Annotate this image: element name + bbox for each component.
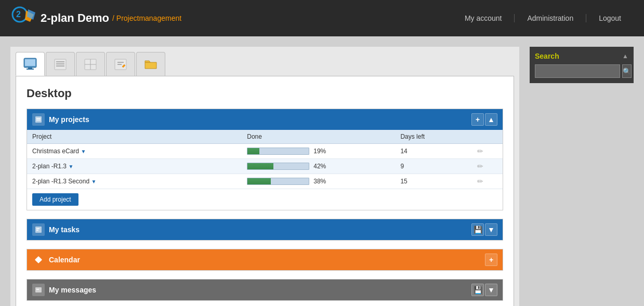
projects-table: Project Done Days left Christmas eCard ▼…: [27, 130, 503, 189]
sidebar: Search ▲ 🔍: [530, 47, 634, 306]
dropdown-arrow[interactable]: ▼: [81, 149, 86, 154]
tab-folder[interactable]: [136, 52, 165, 76]
dropdown-arrow[interactable]: ▼: [68, 164, 73, 169]
calendar-section: Calendar +: [27, 249, 503, 271]
progress-container: 19%: [247, 148, 390, 155]
project-name: Christmas eCard: [32, 148, 79, 155]
svg-rect-10: [56, 63, 64, 64]
my-tasks-header: My tasks 💾 ▼: [27, 219, 503, 240]
my-tasks-title: My tasks: [49, 225, 471, 234]
dropdown-arrow[interactable]: ▼: [91, 179, 96, 184]
calendar-icon: [32, 254, 45, 266]
tab-edit[interactable]: [106, 52, 135, 76]
edit-tab-icon: [113, 57, 128, 72]
main-nav: My account Administration Logout: [452, 14, 634, 22]
col-actions: [472, 130, 503, 144]
content-area: Desktop My projects + ▲: [10, 47, 519, 306]
col-project: Project: [27, 130, 242, 144]
grid-icon: [83, 57, 98, 72]
messages-icon-svg: [34, 286, 43, 294]
edit-project-btn[interactable]: ✏: [477, 177, 483, 185]
tab-grid[interactable]: [76, 52, 105, 76]
edit-project-btn[interactable]: ✏: [477, 147, 483, 155]
my-messages-header: My messages 💾 ▼: [27, 280, 503, 300]
logo-area: 2 2-plan Demo / Projectmanagement: [10, 5, 452, 31]
project-name: 2-plan -R1.3 Second: [32, 178, 89, 185]
add-project-header-btn[interactable]: +: [471, 113, 484, 126]
table-row: 2-plan -R1.3 ▼ 42% 9✏: [27, 159, 503, 174]
nav-my-account[interactable]: My account: [452, 14, 515, 22]
edit-project-btn[interactable]: ✏: [477, 162, 483, 170]
my-projects-header: My projects + ▲: [27, 109, 503, 130]
project-days-left-cell: 14: [395, 144, 472, 159]
save-tasks-btn[interactable]: 💾: [471, 223, 484, 236]
search-collapse-btn[interactable]: ▲: [622, 52, 628, 60]
project-name: 2-plan -R1.3: [32, 163, 67, 170]
project-days-left-cell: 9: [395, 159, 472, 174]
list-icon: [53, 57, 68, 72]
progress-bar-wrap: [247, 163, 309, 170]
project-edit-cell: ✏: [472, 159, 503, 174]
calendar-diamond-icon: [33, 255, 44, 265]
my-tasks-icon: [32, 223, 45, 236]
collapse-tasks-btn[interactable]: ▼: [485, 223, 497, 236]
project-name-cell: Christmas eCard ▼: [27, 144, 242, 159]
app-logo: 2: [10, 5, 36, 31]
tasks-icon-svg: [34, 225, 43, 234]
project-done-cell: 19%: [242, 144, 395, 159]
my-messages-title: My messages: [49, 286, 471, 294]
progress-bar-fill: [247, 148, 259, 154]
toolbar-tabs: [16, 52, 514, 76]
my-tasks-section: My tasks 💾 ▼: [27, 219, 503, 241]
progress-container: 38%: [247, 178, 390, 185]
tab-list[interactable]: [46, 52, 75, 76]
nav-logout[interactable]: Logout: [586, 14, 634, 22]
app-subtitle: / Projectmanagement: [112, 14, 181, 22]
my-messages-actions: 💾 ▼: [471, 284, 497, 296]
calendar-header: Calendar +: [27, 249, 503, 270]
search-button[interactable]: 🔍: [622, 64, 632, 78]
progress-bar-fill: [247, 163, 273, 169]
progress-container: 42%: [247, 163, 390, 170]
search-panel-header: Search ▲: [535, 52, 628, 60]
collapse-projects-btn[interactable]: ▲: [485, 113, 497, 126]
save-messages-btn[interactable]: 💾: [471, 284, 484, 296]
projects-table-body: Christmas eCard ▼ 19% 14✏2-plan -R1.3 ▼ …: [27, 144, 503, 189]
search-panel-title: Search: [535, 52, 559, 60]
collapse-messages-btn[interactable]: ▼: [485, 284, 497, 296]
my-projects-section: My projects + ▲ Project Done Days left: [27, 109, 503, 210]
search-input[interactable]: [535, 64, 620, 78]
svg-rect-5: [25, 59, 35, 66]
nav-administration[interactable]: Administration: [515, 14, 586, 22]
my-projects-title: My projects: [49, 115, 471, 124]
project-done-cell: 38%: [242, 174, 395, 189]
project-name-cell: 2-plan -R1.3 Second ▼: [27, 174, 242, 189]
calendar-actions: +: [485, 254, 497, 266]
my-tasks-actions: 💾 ▼: [471, 223, 497, 236]
progress-bar-wrap: [247, 148, 309, 155]
svg-rect-18: [35, 116, 42, 123]
progress-bar-wrap: [247, 178, 309, 185]
table-row: Christmas eCard ▼ 19% 14✏: [27, 144, 503, 159]
project-done-cell: 42%: [242, 159, 395, 174]
svg-rect-24: [35, 256, 42, 263]
app-header: 2 2-plan Demo / Projectmanagement My acc…: [0, 0, 644, 36]
projects-icon-svg: [34, 115, 43, 124]
svg-rect-21: [35, 227, 42, 233]
svg-text:2: 2: [16, 10, 21, 19]
svg-rect-7: [27, 69, 34, 70]
add-calendar-btn[interactable]: +: [485, 254, 497, 266]
tab-desktop[interactable]: [16, 52, 45, 76]
folder-icon: [143, 57, 158, 72]
svg-rect-25: [35, 287, 42, 292]
my-projects-icon: [32, 113, 45, 126]
my-messages-icon: [32, 284, 45, 296]
col-days-left: Days left: [395, 130, 472, 144]
progress-bar-fill: [247, 178, 271, 184]
svg-rect-11: [56, 65, 64, 66]
calendar-title: Calendar: [49, 256, 485, 264]
my-messages-section: My messages 💾 ▼: [27, 279, 503, 301]
add-project-button[interactable]: Add project: [32, 193, 78, 206]
col-done: Done: [242, 130, 395, 144]
project-name-cell: 2-plan -R1.3 ▼: [27, 159, 242, 174]
